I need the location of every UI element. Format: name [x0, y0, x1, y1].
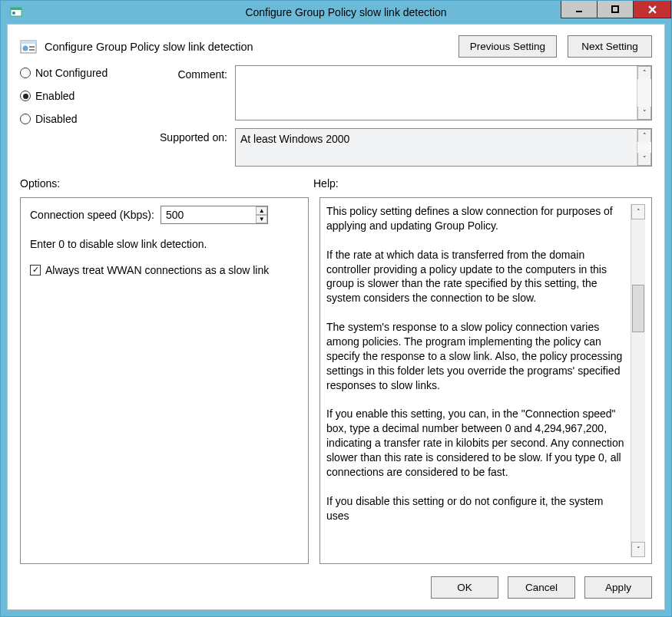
speed-option: Connection speed (Kbps): ▲ ▼ — [30, 206, 299, 224]
previous-setting-button[interactable]: Previous Setting — [458, 35, 557, 58]
state-row: Not Configured Enabled Disabled Comment: — [20, 65, 652, 167]
radio-label: Disabled — [35, 113, 77, 125]
checkbox-icon — [30, 265, 41, 276]
comment-scrollbar[interactable]: ˄ ˅ — [637, 66, 651, 120]
scroll-up-icon[interactable]: ˄ — [631, 204, 645, 219]
scroll-down-icon[interactable]: ˅ — [637, 107, 651, 120]
spin-down-icon[interactable]: ▼ — [256, 215, 267, 223]
state-column: Not Configured Enabled Disabled — [20, 65, 151, 167]
help-panel: This policy setting defines a slow conne… — [319, 197, 652, 564]
client-area: Configure Group Policy slow link detecti… — [7, 24, 665, 610]
wwan-label: Always treat WWAN connections as a slow … — [45, 264, 269, 276]
titlebar[interactable]: Configure Group Policy slow link detecti… — [7, 1, 665, 24]
svg-rect-4 — [612, 6, 618, 12]
section-labels: Options: Help: — [20, 177, 652, 190]
scroll-down-icon[interactable]: ˅ — [631, 542, 645, 557]
policy-icon — [20, 38, 37, 55]
radio-icon — [20, 68, 31, 78]
svg-rect-10 — [29, 46, 35, 48]
radio-not-configured[interactable]: Not Configured — [20, 67, 151, 79]
close-button[interactable] — [633, 1, 671, 18]
next-setting-button[interactable]: Next Setting — [568, 35, 652, 58]
svg-point-2 — [12, 12, 15, 15]
options-note: Enter 0 to disable slow link detection. — [30, 238, 299, 250]
supported-box: At least Windows 2000 ˄ ˅ — [235, 128, 652, 167]
radio-disabled[interactable]: Disabled — [20, 113, 151, 125]
comment-label: Comment: — [155, 65, 227, 120]
policy-header: Configure Group Policy slow link detecti… — [20, 35, 652, 58]
scroll-up-icon[interactable]: ˄ — [637, 66, 651, 79]
dialog-footer: OK Cancel Apply — [20, 572, 652, 599]
speed-input[interactable]: ▲ ▼ — [161, 206, 268, 224]
radio-label: Enabled — [35, 90, 74, 102]
svg-rect-11 — [29, 49, 35, 51]
maximize-button[interactable] — [597, 1, 634, 18]
help-scrollbar[interactable]: ˄ ˅ — [631, 204, 645, 557]
radio-icon — [20, 91, 31, 101]
supported-scrollbar[interactable]: ˄ ˅ — [637, 129, 651, 166]
main-row: Connection speed (Kbps): ▲ ▼ Enter 0 to … — [20, 197, 652, 564]
speed-spinner[interactable]: ▲ ▼ — [256, 206, 267, 223]
svg-point-9 — [23, 45, 28, 51]
scroll-up-icon[interactable]: ˄ — [637, 129, 651, 142]
svg-rect-8 — [21, 41, 36, 44]
policy-app-icon — [10, 6, 22, 18]
ok-button[interactable]: OK — [431, 576, 498, 599]
scroll-thumb[interactable] — [632, 285, 644, 332]
supported-field: Supported on: At least Windows 2000 ˄ ˅ — [155, 128, 652, 167]
supported-label: Supported on: — [155, 128, 227, 167]
fields-column: Comment: ˄ ˅ Supported on: At least — [155, 65, 652, 167]
radio-enabled[interactable]: Enabled — [20, 90, 151, 102]
comment-field: Comment: ˄ ˅ — [155, 65, 652, 120]
spin-up-icon[interactable]: ▲ — [256, 206, 267, 215]
radio-icon — [20, 114, 31, 124]
minimize-button[interactable] — [561, 1, 598, 18]
cancel-button[interactable]: Cancel — [508, 576, 575, 599]
window-frame: Configure Group Policy slow link detecti… — [1, 1, 671, 616]
nav-buttons: Previous Setting Next Setting — [458, 35, 652, 58]
options-label: Options: — [20, 177, 309, 190]
svg-rect-1 — [11, 8, 22, 10]
wwan-checkbox-row[interactable]: Always treat WWAN connections as a slow … — [30, 264, 299, 276]
comment-input[interactable]: ˄ ˅ — [235, 65, 652, 120]
help-text[interactable]: This policy setting defines a slow conne… — [326, 204, 631, 557]
radio-label: Not Configured — [35, 67, 108, 79]
dialog-window: Configure Group Policy slow link detecti… — [0, 0, 672, 617]
policy-name: Configure Group Policy slow link detecti… — [45, 41, 451, 53]
speed-label: Connection speed (Kbps): — [30, 209, 154, 221]
options-panel: Connection speed (Kbps): ▲ ▼ Enter 0 to … — [20, 197, 309, 564]
scroll-down-icon[interactable]: ˅ — [637, 153, 651, 166]
scroll-track[interactable] — [631, 219, 645, 542]
speed-value-field[interactable] — [161, 206, 256, 223]
apply-button[interactable]: Apply — [584, 576, 652, 599]
help-label: Help: — [313, 177, 339, 190]
window-controls — [561, 1, 671, 18]
supported-value: At least Windows 2000 — [240, 132, 634, 146]
